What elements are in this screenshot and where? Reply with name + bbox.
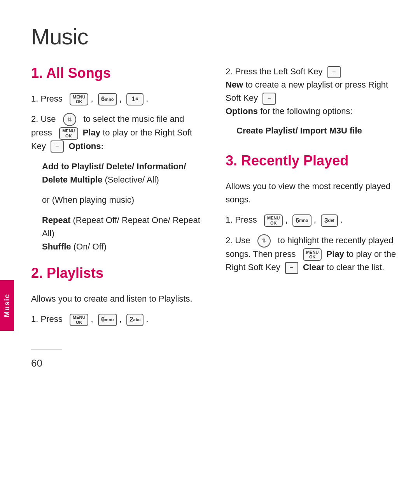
key-6mno-3: 6mno (292, 214, 312, 227)
section3-intro: Allows you to view the most recently pla… (226, 180, 397, 206)
section3-heading: 3. Recently Played (226, 153, 397, 169)
side-tab-label: Music (3, 293, 11, 317)
section3-step1: 1. Press MENUOK , 6mno , 3def . (226, 213, 397, 227)
key-menu-ok-1: MENUOK (70, 93, 88, 105)
nav-key-3: ⇅ (257, 234, 271, 248)
col-right: 2. Press the Left Soft Key − New to crea… (226, 65, 397, 333)
section2-heading: 2. Playlists (31, 265, 202, 281)
section2-right: 2. Press the Left Soft Key − New to crea… (226, 65, 397, 137)
section-playlists: 2. Playlists Allows you to create and li… (31, 265, 202, 326)
side-tab: Music (0, 280, 14, 331)
page-title: Music (31, 23, 397, 49)
key-3def: 3def (321, 214, 338, 227)
softkey-icon-1: − (51, 140, 64, 153)
section2-step1-pre: 1. Press (31, 314, 63, 324)
softkey-icon-left: − (327, 66, 341, 78)
nav-key-1: ⇅ (63, 113, 76, 126)
section1-step2: 2. Use ⇅ to select the music file and pr… (31, 112, 202, 153)
key-6mno-2: 6mno (98, 314, 117, 326)
page: Music Music 1. All Songs 1. Press MENUOK… (0, 0, 420, 504)
section1-or-when: or (When playing music) (42, 193, 202, 207)
section1-add-playlist: Add to Playlist/ Delete/ Information/ De… (42, 160, 202, 186)
section1-repeat-shuffle: Repeat (Repeat Off/ Repeat One/ Repeat A… (42, 214, 202, 253)
key-2abc: 2abc (126, 314, 144, 326)
section2-step2: 2. Press the Left Soft Key − New to crea… (226, 65, 397, 118)
softkey-icon-3: − (285, 262, 298, 274)
section2-sub-heading: Create Playlist/ Import M3U file (236, 125, 397, 137)
section1-step1-pre: 1. Press (31, 94, 63, 104)
key-menu-ok-4: MENUOK (264, 214, 283, 227)
section1-step2-pre: 2. Use (31, 114, 56, 124)
section3-step2: 2. Use ⇅ to highlight the recently playe… (226, 234, 397, 274)
page-number: 60 (31, 357, 42, 369)
section-recently-played: 3. Recently Played Allows you to view th… (226, 153, 397, 274)
key-menu-ok-2: MENUOK (59, 127, 78, 140)
section1-play-label: Play (83, 128, 100, 137)
section2-intro: Allows you to create and listen to Playl… (31, 292, 202, 306)
col-left: 1. All Songs 1. Press MENUOK , 6mno , 1⊠… (31, 65, 202, 333)
softkey-icon-right2: − (262, 93, 276, 105)
section1-heading: 1. All Songs (31, 65, 202, 81)
section2-step1: 1. Press MENUOK , 6mno , 2abc . (31, 313, 202, 326)
bottom-divider (31, 349, 62, 349)
section1-step1: 1. Press MENUOK , 6mno , 1⊠ . (31, 92, 202, 105)
section1-options-label: Options: (68, 141, 103, 151)
section2-sub-heading-block: Create Playlist/ Import M3U file (236, 125, 397, 137)
columns: 1. All Songs 1. Press MENUOK , 6mno , 1⊠… (31, 65, 397, 333)
main-content: Music 1. All Songs 1. Press MENUOK , 6mn… (31, 23, 397, 369)
key-6mno-1: 6mno (98, 93, 117, 105)
key-menu-ok-3: MENUOK (70, 314, 88, 326)
section1-sub-options: Add to Playlist/ Delete/ Information/ De… (42, 160, 202, 254)
key-menu-ok-5: MENUOK (303, 248, 322, 261)
key-1-1: 1⊠ (126, 93, 144, 105)
section-all-songs: 1. All Songs 1. Press MENUOK , 6mno , 1⊠… (31, 65, 202, 253)
